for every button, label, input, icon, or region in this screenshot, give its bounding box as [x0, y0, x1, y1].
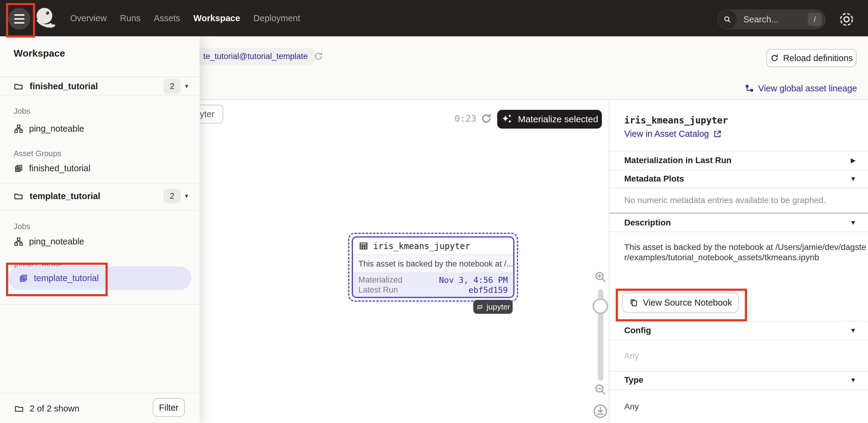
search-icon [718, 10, 737, 29]
nav-deployment[interactable]: Deployment [253, 13, 300, 23]
view-in-asset-catalog-link[interactable]: View in Asset Catalog [624, 129, 722, 139]
zoom-slider-thumb[interactable] [592, 298, 608, 314]
breadcrumb-refresh-icon[interactable] [313, 51, 323, 61]
divider [0, 183, 199, 183]
materialized-label: Materialized [359, 275, 403, 285]
workspace-sidebar: Workspace finished_tutorial 2 ▼ Jobs pin… [0, 36, 199, 423]
breadcrumb-chip[interactable]: te_tutorial@tutorial_template [182, 48, 316, 65]
asset-group-name: finished_tutorial [29, 163, 90, 173]
chevron-down-icon[interactable]: ▼ [849, 173, 858, 185]
materialized-row: Materialized Nov 3, 4:56 PM [359, 275, 508, 285]
asset-node-stats: Materialized Nov 3, 4:56 PM Latest Run e… [353, 273, 513, 297]
metadata-empty-message: No numeric metadata entries available to… [624, 195, 826, 205]
breadcrumb: te_tutorial@tutorial_template [203, 52, 308, 61]
nav-assets[interactable]: Assets [154, 13, 180, 23]
divider [0, 210, 199, 211]
settings-gear-icon[interactable] [838, 10, 855, 28]
repo-name: template_tutorial [30, 191, 100, 201]
zoom-in-icon[interactable] [593, 270, 607, 284]
divider [0, 95, 199, 95]
materialized-value[interactable]: Nov 3, 4:56 PM [439, 275, 508, 285]
folder-icon [13, 81, 24, 91]
refresh-timer: 0:23 [452, 113, 476, 124]
search-shortcut-key: / [808, 13, 822, 26]
primary-nav: Overview Runs Assets Workspace Deploymen… [70, 0, 300, 36]
view-global-asset-lineage-link[interactable]: View global asset lineage [745, 82, 857, 94]
annotation-box-hamburger [6, 3, 35, 37]
divider [610, 389, 868, 390]
job-name: ping_noteable [29, 237, 84, 247]
filter-button[interactable]: Filter [153, 398, 185, 417]
chevron-down-icon[interactable]: ▼ [849, 324, 858, 336]
job-icon [13, 124, 24, 134]
jobs-section-label: Jobs [13, 107, 30, 116]
chevron-down-icon[interactable]: ▼ [182, 79, 192, 94]
compute-kind-tag-jupyter[interactable]: jupyter [473, 300, 513, 314]
job-icon [13, 237, 24, 247]
annotation-box-source-notebook [616, 289, 747, 321]
external-link-icon [713, 129, 722, 139]
asset-node-header: iris_kmeans_jupyter [353, 238, 513, 254]
chevron-right-icon[interactable]: ▶ [849, 154, 858, 167]
lineage-label: View global asset lineage [758, 84, 857, 93]
asset-group-icon [13, 163, 24, 173]
divider [610, 212, 868, 214]
divider [610, 188, 868, 188]
canvas-refresh-icon[interactable] [480, 113, 492, 125]
jupyter-icon [476, 303, 484, 311]
divider [610, 151, 868, 151]
section-config[interactable]: Config [624, 324, 651, 336]
section-type[interactable]: Type [624, 374, 643, 386]
chevron-down-icon[interactable]: ▼ [849, 374, 858, 386]
search-input[interactable]: Search... / [717, 9, 826, 29]
table-icon [359, 241, 369, 251]
asset-node-iris-kmeans-jupyter[interactable]: iris_kmeans_jupyter This asset is backed… [352, 236, 515, 298]
catalog-link-label: View in Asset Catalog [624, 129, 709, 139]
download-image-icon[interactable] [592, 403, 609, 419]
latest-run-value[interactable]: ebf5d159 [468, 285, 508, 295]
compute-kind-label: jupyter [487, 302, 510, 312]
panel-asset-title: iris_kmeans_jupyter [624, 115, 728, 126]
sidebar-item-group-finished-tutorial[interactable]: finished_tutorial [0, 160, 199, 177]
repo-name: finished_tutorial [30, 81, 98, 91]
divider [610, 170, 868, 170]
zoom-out-icon[interactable] [593, 383, 607, 396]
sidebar-item-job-ping-noteable[interactable]: ping_noteable [0, 233, 199, 250]
dagster-app: Overview Runs Assets Workspace Deploymen… [0, 0, 868, 423]
job-name: ping_noteable [29, 124, 84, 134]
lineage-icon [745, 84, 754, 93]
latest-run-row: Latest Run ebf5d159 [359, 285, 508, 295]
reload-definitions-label: Reload definitions [783, 53, 853, 63]
latest-run-label: Latest Run [359, 285, 398, 295]
shown-count: 2 of 2 shown [30, 404, 79, 414]
chevron-down-icon[interactable]: ▼ [182, 188, 192, 204]
materialize-selected-label: Materialize selected [518, 114, 598, 124]
repo-count-badge: 2 [163, 79, 181, 94]
reload-definitions-button[interactable]: Reload definitions [766, 49, 857, 67]
sidebar-title: Workspace [13, 48, 65, 59]
nav-runs[interactable]: Runs [120, 13, 141, 23]
annotation-box-template-tutorial [6, 263, 108, 296]
divider [610, 339, 868, 340]
section-description[interactable]: Description [624, 217, 671, 229]
folder-icon [14, 403, 24, 414]
divider [610, 371, 868, 371]
type-value: Any [624, 402, 639, 412]
search-placeholder: Search... [743, 14, 778, 25]
sidebar-item-job-ping-noteable[interactable]: ping_noteable [0, 120, 199, 137]
section-metadata-plots[interactable]: Metadata Plots [624, 173, 684, 185]
divider [0, 304, 199, 305]
materialize-selected-button[interactable]: Materialize selected [497, 110, 602, 129]
asset-node-description: This asset is backed by the notebook at … [353, 254, 513, 273]
filter-label: Filter [159, 403, 179, 413]
nav-workspace[interactable]: Workspace [193, 13, 240, 23]
chevron-down-icon[interactable]: ▼ [849, 217, 858, 229]
asset-groups-section-label: Asset Groups [13, 149, 61, 158]
reload-icon [770, 54, 779, 63]
description-text: This asset is backed by the notebook at … [624, 242, 866, 263]
section-materialization-last-run[interactable]: Materialization in Last Run [624, 154, 732, 167]
asset-node-title: iris_kmeans_jupyter [373, 241, 470, 251]
jobs-section-label: Jobs [13, 222, 30, 231]
top-nav: Overview Runs Assets Workspace Deploymen… [0, 0, 868, 36]
nav-overview[interactable]: Overview [70, 13, 107, 23]
